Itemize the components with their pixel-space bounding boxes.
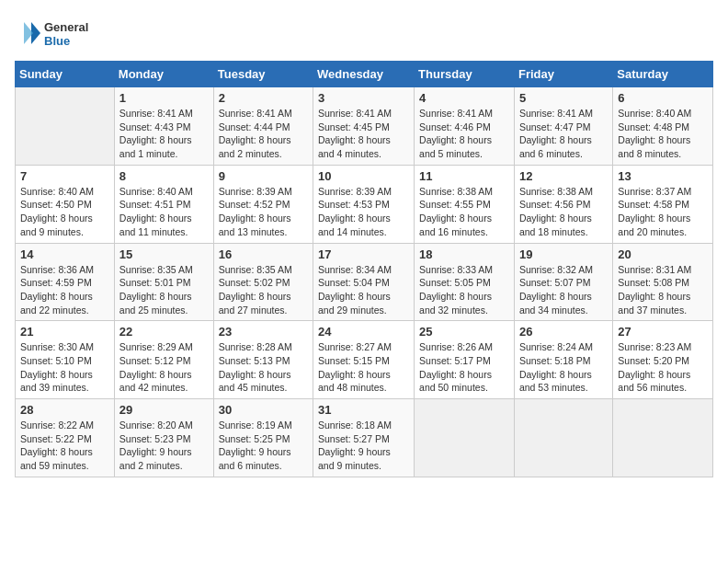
day-of-week-header: Tuesday [213,62,313,87]
calendar-cell: 25Sunrise: 8:26 AM Sunset: 5:17 PM Dayli… [415,321,515,399]
calendar-cell: 30Sunrise: 8:19 AM Sunset: 5:25 PM Dayli… [213,399,313,477]
calendar-cell: 22Sunrise: 8:29 AM Sunset: 5:12 PM Dayli… [114,321,213,399]
calendar-table: SundayMondayTuesdayWednesdayThursdayFrid… [15,61,713,477]
calendar-week-row: 14Sunrise: 8:36 AM Sunset: 4:59 PM Dayli… [16,243,713,321]
calendar-cell [16,87,115,166]
day-number: 17 [318,247,409,261]
day-of-week-header: Sunday [16,62,115,87]
day-number: 22 [119,325,209,339]
calendar-cell: 7Sunrise: 8:40 AM Sunset: 4:50 PM Daylig… [16,165,115,243]
day-number: 29 [119,403,209,417]
calendar-cell: 18Sunrise: 8:33 AM Sunset: 5:05 PM Dayli… [415,243,515,321]
calendar-week-row: 1Sunrise: 8:41 AM Sunset: 4:43 PM Daylig… [16,87,713,166]
calendar-cell: 12Sunrise: 8:38 AM Sunset: 4:56 PM Dayli… [514,165,612,243]
calendar-week-row: 21Sunrise: 8:30 AM Sunset: 5:10 PM Dayli… [16,321,713,399]
day-number: 26 [519,325,608,339]
logo: General Blue [15,15,107,52]
svg-text:General: General [44,20,88,34]
day-number: 23 [219,325,308,339]
day-number: 15 [119,247,209,261]
day-number: 16 [219,247,308,261]
day-number: 14 [20,247,109,261]
day-info: Sunrise: 8:38 AM Sunset: 4:56 PM Dayligh… [519,185,608,239]
calendar-cell: 11Sunrise: 8:38 AM Sunset: 4:55 PM Dayli… [415,165,515,243]
day-number: 24 [318,325,409,339]
day-number: 18 [419,247,509,261]
calendar-cell: 4Sunrise: 8:41 AM Sunset: 4:46 PM Daylig… [415,87,515,166]
day-of-week-header: Saturday [613,62,713,87]
calendar-cell: 2Sunrise: 8:41 AM Sunset: 4:44 PM Daylig… [213,87,313,166]
day-info: Sunrise: 8:33 AM Sunset: 5:05 PM Dayligh… [419,263,509,317]
calendar-cell: 28Sunrise: 8:22 AM Sunset: 5:22 PM Dayli… [16,399,115,477]
calendar-week-row: 7Sunrise: 8:40 AM Sunset: 4:50 PM Daylig… [16,165,713,243]
calendar-cell: 13Sunrise: 8:37 AM Sunset: 4:58 PM Dayli… [613,165,713,243]
day-info: Sunrise: 8:38 AM Sunset: 4:55 PM Dayligh… [419,185,509,239]
calendar-cell: 23Sunrise: 8:28 AM Sunset: 5:13 PM Dayli… [213,321,313,399]
calendar-cell [415,399,515,477]
calendar-header-row: SundayMondayTuesdayWednesdayThursdayFrid… [16,62,713,87]
day-number: 12 [519,169,608,183]
day-info: Sunrise: 8:26 AM Sunset: 5:17 PM Dayligh… [419,340,509,395]
day-info: Sunrise: 8:29 AM Sunset: 5:12 PM Dayligh… [119,340,209,395]
day-info: Sunrise: 8:39 AM Sunset: 4:52 PM Dayligh… [219,185,308,239]
day-info: Sunrise: 8:35 AM Sunset: 5:01 PM Dayligh… [119,263,209,317]
calendar-cell [613,399,713,477]
day-number: 30 [219,403,308,417]
calendar-cell: 6Sunrise: 8:40 AM Sunset: 4:48 PM Daylig… [613,87,713,166]
day-info: Sunrise: 8:41 AM Sunset: 4:44 PM Dayligh… [219,107,308,161]
calendar-cell: 9Sunrise: 8:39 AM Sunset: 4:52 PM Daylig… [213,165,313,243]
calendar-cell: 5Sunrise: 8:41 AM Sunset: 4:47 PM Daylig… [514,87,612,166]
day-info: Sunrise: 8:20 AM Sunset: 5:23 PM Dayligh… [119,419,209,473]
day-info: Sunrise: 8:40 AM Sunset: 4:48 PM Dayligh… [618,107,708,161]
page-header: General Blue [15,15,713,52]
day-number: 1 [119,91,209,105]
calendar-cell: 26Sunrise: 8:24 AM Sunset: 5:18 PM Dayli… [514,321,612,399]
day-info: Sunrise: 8:41 AM Sunset: 4:45 PM Dayligh… [318,107,409,161]
calendar-cell [514,399,612,477]
calendar-cell: 19Sunrise: 8:32 AM Sunset: 5:07 PM Dayli… [514,243,612,321]
day-number: 8 [119,169,209,183]
svg-text:Blue: Blue [44,34,70,48]
day-info: Sunrise: 8:28 AM Sunset: 5:13 PM Dayligh… [219,340,308,395]
calendar-cell: 1Sunrise: 8:41 AM Sunset: 4:43 PM Daylig… [114,87,213,166]
day-of-week-header: Monday [114,62,213,87]
day-info: Sunrise: 8:22 AM Sunset: 5:22 PM Dayligh… [20,419,109,473]
calendar-cell: 29Sunrise: 8:20 AM Sunset: 5:23 PM Dayli… [114,399,213,477]
day-info: Sunrise: 8:18 AM Sunset: 5:27 PM Dayligh… [318,419,409,473]
day-info: Sunrise: 8:40 AM Sunset: 4:50 PM Dayligh… [20,185,109,239]
day-info: Sunrise: 8:23 AM Sunset: 5:20 PM Dayligh… [618,340,708,395]
calendar-cell: 10Sunrise: 8:39 AM Sunset: 4:53 PM Dayli… [313,165,415,243]
day-number: 11 [419,169,509,183]
day-of-week-header: Wednesday [313,62,415,87]
day-of-week-header: Thursday [415,62,515,87]
day-number: 2 [219,91,308,105]
calendar-cell: 24Sunrise: 8:27 AM Sunset: 5:15 PM Dayli… [313,321,415,399]
calendar-cell: 15Sunrise: 8:35 AM Sunset: 5:01 PM Dayli… [114,243,213,321]
day-info: Sunrise: 8:27 AM Sunset: 5:15 PM Dayligh… [318,340,409,395]
day-info: Sunrise: 8:37 AM Sunset: 4:58 PM Dayligh… [618,185,708,239]
day-number: 25 [419,325,509,339]
day-number: 28 [20,403,109,417]
calendar-cell: 8Sunrise: 8:40 AM Sunset: 4:51 PM Daylig… [114,165,213,243]
day-info: Sunrise: 8:40 AM Sunset: 4:51 PM Dayligh… [119,185,209,239]
calendar-cell: 31Sunrise: 8:18 AM Sunset: 5:27 PM Dayli… [313,399,415,477]
day-info: Sunrise: 8:19 AM Sunset: 5:25 PM Dayligh… [219,419,308,473]
calendar-cell: 17Sunrise: 8:34 AM Sunset: 5:04 PM Dayli… [313,243,415,321]
day-number: 4 [419,91,509,105]
day-number: 13 [618,169,708,183]
day-of-week-header: Friday [514,62,612,87]
day-info: Sunrise: 8:30 AM Sunset: 5:10 PM Dayligh… [20,340,109,395]
day-info: Sunrise: 8:41 AM Sunset: 4:43 PM Dayligh… [119,107,209,161]
day-number: 19 [519,247,608,261]
day-info: Sunrise: 8:36 AM Sunset: 4:59 PM Dayligh… [20,263,109,317]
day-number: 3 [318,91,409,105]
day-number: 6 [618,91,708,105]
day-info: Sunrise: 8:34 AM Sunset: 5:04 PM Dayligh… [318,263,409,317]
day-number: 7 [20,169,109,183]
day-number: 5 [519,91,608,105]
calendar-cell: 14Sunrise: 8:36 AM Sunset: 4:59 PM Dayli… [16,243,115,321]
calendar-cell: 16Sunrise: 8:35 AM Sunset: 5:02 PM Dayli… [213,243,313,321]
calendar-cell: 3Sunrise: 8:41 AM Sunset: 4:45 PM Daylig… [313,87,415,166]
day-number: 20 [618,247,708,261]
day-number: 31 [318,403,409,417]
